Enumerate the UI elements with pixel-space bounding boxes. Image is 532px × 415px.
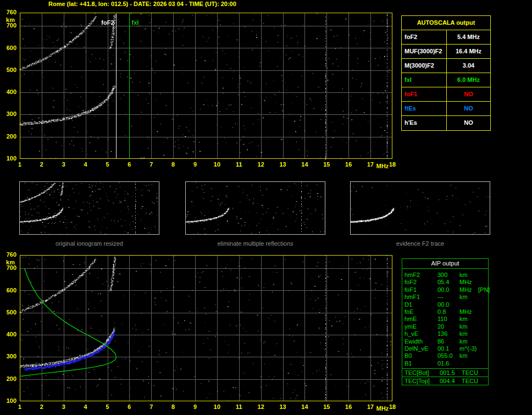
aip-unit-hmf2: km	[459, 272, 478, 279]
autoscala-label-m-3000-f2: M(3000)F2	[402, 59, 447, 73]
aip-value-b0: 055.0	[437, 352, 459, 359]
autoscala-label-fof1: foF1	[402, 87, 447, 101]
top-ionogram-chart	[0, 8, 401, 171]
station-header-title: Rome (lat: +41.8, lon: 012.5) - DATE: 20…	[48, 1, 236, 7]
aip-unit-fof1: MHz	[459, 286, 478, 294]
aip-row-b1: B101.6	[404, 360, 488, 367]
autoscala-value-m-3000-f2: 3.04	[447, 59, 490, 73]
autoscala-row-fof2: foF25.4 MHz	[402, 30, 490, 45]
aip-row-h-ve: h_vE136km	[404, 330, 488, 337]
autoscala-row-fxi: fxI6.0 MHz	[402, 73, 490, 87]
aip-row-foe: foE0.8MHz	[404, 308, 488, 316]
aip-note-fof2	[478, 279, 488, 286]
aip-row-fof1: foF100.0MHz[PN]	[404, 286, 488, 294]
aip-row-hmf1: hmF1---km	[404, 294, 488, 301]
aip-tec-rows: TEC[Bot]001.5TECUTEC[Top]004.4TECU	[402, 368, 488, 385]
aip-label-yme: ymE	[404, 323, 437, 330]
aip-unit-hme: km	[459, 316, 478, 323]
autoscala-output-panel: AUTOSCALA output foF25.4 MHzMUF(3000)F21…	[401, 15, 491, 131]
autoscala-row-muf-3000-f2: MUF(3000)F216.4 MHz	[402, 45, 490, 59]
aip-value-fof2: 05.4	[437, 279, 459, 286]
aip-unit-fof2: MHz	[459, 279, 478, 286]
aip-unit-yme: km	[459, 323, 478, 330]
aip-value-fof1: 00.0	[437, 286, 459, 294]
aip-unit-hmf1: km	[459, 294, 478, 301]
aip-label-tec-top: TEC[Top]	[404, 377, 440, 385]
aip-value-h-ve: 136	[437, 330, 459, 337]
aip-value-yme: 20	[437, 323, 459, 330]
aip-note-deln-ve	[478, 345, 488, 352]
aip-panel-title: AIP output	[402, 259, 488, 269]
autoscala-value-h-es: NO	[447, 116, 490, 130]
aip-unit-foe: MHz	[459, 308, 478, 316]
thumbnail-original-canvas	[20, 182, 159, 234]
autoscala-label-muf-3000-f2: MUF(3000)F2	[402, 45, 447, 58]
autoscala-label-fof2: foF2	[402, 30, 447, 44]
aip-unit-h-ve: km	[459, 330, 478, 337]
aip-label-fof2: foF2	[404, 279, 437, 286]
aip-rows: hmF2300kmfoF205.4MHzfoF100.0MHz[PN]hmF1-…	[402, 269, 488, 367]
autoscala-value-fxi: 6.0 MHz	[447, 73, 490, 87]
autoscala-row-h-es: h'EsNO	[402, 116, 490, 130]
aip-unit-b0: km	[459, 352, 478, 359]
aip-note-hmf1	[478, 294, 488, 301]
aip-note-foe	[478, 308, 488, 316]
aip-note-ewidth	[478, 338, 488, 345]
aip-unit-tec-top: TECU	[462, 377, 488, 385]
autoscala-rows: foF25.4 MHzMUF(3000)F216.4 MHzM(3000)F23…	[402, 30, 490, 130]
aip-label-d1: D1	[404, 301, 437, 308]
aip-value-hme: 110	[437, 316, 459, 323]
aip-value-ewidth: 86	[437, 338, 459, 345]
aip-label-hmf1: hmF1	[404, 294, 437, 301]
aip-output-panel: AIP output hmF2300kmfoF205.4MHzfoF100.0M…	[402, 258, 489, 385]
aip-row-tec-top: TEC[Top]004.4TECU	[402, 377, 488, 385]
aip-unit-deln-ve: m^(-3)	[459, 345, 478, 352]
aip-note-b0	[478, 352, 488, 359]
aip-note-fof1: [PN]	[478, 286, 490, 294]
aip-value-b1: 01.6	[437, 360, 459, 367]
aip-note-yme	[478, 323, 488, 330]
thumbnail-caption-f2-trace: evidence F2 trace	[350, 240, 490, 247]
aip-label-deln-ve: DelN_vE	[404, 345, 437, 352]
aip-label-tec-bot: TEC[Bot]	[404, 369, 440, 377]
aip-row-tec-bot: TEC[Bot]001.5TECU	[402, 368, 488, 377]
autoscala-value-fof1: NO	[447, 87, 490, 101]
aip-label-foe: foE	[404, 308, 437, 316]
aip-value-tec-top: 004.4	[440, 377, 462, 385]
autoscala-value-fof2: 5.4 MHz	[447, 30, 490, 44]
thumbnail-no-multiples	[185, 181, 325, 235]
aip-row-b0: B0055.0km	[404, 352, 488, 359]
autoscala-label-fxi: fxI	[402, 73, 447, 87]
aip-value-deln-ve: 00.1	[437, 345, 459, 352]
aip-value-hmf2: 300	[437, 272, 459, 279]
autoscala-panel-title: AUTOSCALA output	[402, 16, 490, 30]
aip-label-h-ve: h_vE	[404, 330, 437, 337]
aip-row-deln-ve: DelN_vE00.1m^(-3)	[404, 345, 488, 352]
thumbnail-f2-trace-canvas	[351, 182, 490, 234]
aip-value-foe: 0.8	[437, 308, 459, 316]
aip-label-b0: B0	[404, 352, 437, 359]
autoscala-app-window: Rome (lat: +41.8, lon: 012.5) - DATE: 20…	[0, 0, 532, 415]
thumbnail-caption-original: original ionogram resized	[19, 240, 159, 247]
aip-label-fof1: foF1	[404, 286, 437, 294]
aip-label-hmf2: hmF2	[404, 272, 437, 279]
aip-unit-ewidth: km	[459, 338, 478, 345]
aip-row-fof2: foF205.4MHz	[404, 279, 488, 286]
aip-label-ewidth: Ewidth	[404, 338, 437, 345]
aip-note-b1	[478, 360, 488, 367]
aip-label-b1: B1	[404, 360, 437, 367]
aip-unit-d1	[459, 301, 478, 308]
autoscala-value-muf-3000-f2: 16.4 MHz	[447, 45, 490, 58]
aip-note-h-ve	[478, 330, 488, 337]
autoscala-label-ftes: ftEs	[402, 102, 447, 115]
aip-row-hmf2: hmF2300km	[404, 272, 488, 279]
aip-unit-b1	[459, 360, 478, 367]
autoscala-row-fof1: foF1NO	[402, 87, 490, 102]
autoscala-label-h-es: h'Es	[402, 116, 447, 130]
thumbnail-original-ionogram	[19, 181, 159, 235]
aip-row-yme: ymE20km	[404, 323, 488, 330]
aip-row-d1: D100.0	[404, 301, 488, 308]
aip-unit-tec-bot: TECU	[462, 369, 488, 377]
aip-value-d1: 00.0	[437, 301, 459, 308]
aip-label-hme: hmE	[404, 316, 437, 323]
